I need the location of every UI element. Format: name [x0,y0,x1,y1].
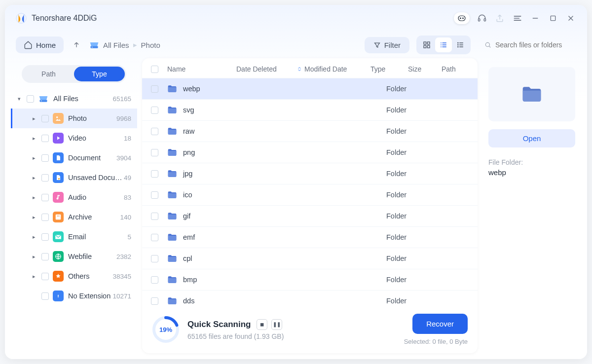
row-checkbox[interactable] [151,85,158,93]
table-row[interactable]: svgFolder [142,100,478,121]
maximize-icon[interactable] [548,13,558,24]
table-row[interactable]: cplFolder [142,248,478,269]
sidebar-item[interactable]: ▸Video18 [11,128,137,148]
filter-label: Filter [384,41,401,49]
row-checkbox[interactable] [151,255,158,262]
search-icon [484,41,491,49]
table-row[interactable]: rawFolder [142,121,478,142]
view-grid-button[interactable] [418,37,435,52]
checkbox[interactable] [41,135,49,142]
breadcrumb-current[interactable]: Photo [141,41,160,49]
col-modified[interactable]: Modified Date [296,65,370,73]
toolbar: Home All Files ▸ Photo Filter [5,32,587,58]
checkbox[interactable] [41,194,49,201]
sidebar-item[interactable]: ▸Webfile2382 [11,247,137,266]
col-path[interactable]: Path [442,65,469,73]
checkbox[interactable] [27,95,34,103]
col-name[interactable]: Name [167,65,236,73]
table-row[interactable]: jpgFolder [142,163,478,184]
minimize-icon[interactable] [530,13,541,24]
sidebar-item[interactable]: ▸Unsaved Docum...49 [11,168,137,187]
breadcrumb-root[interactable]: All Files [103,41,129,49]
svg-point-38 [58,178,60,180]
svg-rect-33 [40,100,47,102]
checkbox[interactable] [41,233,49,241]
tree-root[interactable]: ▾ All Files 65165 [11,89,137,109]
row-checkbox[interactable] [151,213,158,220]
row-checkbox[interactable] [151,191,158,199]
svg-point-29 [458,46,458,47]
share-icon[interactable] [494,13,505,24]
row-checkbox[interactable] [151,149,158,156]
view-list-button[interactable] [452,37,469,52]
bot-icon[interactable] [454,12,470,24]
view-switches [416,36,471,54]
home-button[interactable]: Home [16,36,64,53]
checkbox[interactable] [41,174,49,182]
checkbox[interactable] [41,154,49,162]
search-box[interactable] [478,37,576,53]
row-name: bmp [183,276,252,284]
row-checkbox[interactable] [151,107,158,114]
row-checkbox[interactable] [151,234,158,241]
row-checkbox[interactable] [151,128,158,135]
table-row[interactable]: icoFolder [142,184,478,206]
svg-point-3 [462,18,464,19]
sidebar-item[interactable]: ▸Photo9968 [11,109,137,128]
sidebar-item[interactable]: ▸Audio83 [11,187,137,207]
checkbox[interactable] [41,273,49,280]
table-row[interactable]: emfFolder [142,227,478,248]
open-button[interactable]: Open [488,129,575,147]
checkbox[interactable] [41,292,49,300]
col-deleted[interactable]: Date Deleted [236,65,296,73]
table-row[interactable]: gifFolder [142,206,478,227]
sidebar-item-count: 3904 [116,154,131,162]
search-input[interactable] [495,41,569,49]
checkbox[interactable] [41,115,49,122]
sidebar-item[interactable]: ▸Others38345 [11,266,137,286]
pause-button[interactable]: ❚❚ [271,319,282,330]
view-detail-button[interactable] [435,37,452,52]
sidebar-item[interactable]: ▸Document3904 [11,148,137,168]
headset-icon[interactable] [477,13,487,24]
sidebar-item[interactable]: ▸Email5 [11,227,137,247]
svg-rect-44 [58,295,59,297]
recover-button[interactable]: Recover [412,314,468,334]
svg-rect-36 [58,158,60,158]
row-checkbox[interactable] [151,297,158,305]
stop-button[interactable]: ◼ [257,319,267,330]
tab-type[interactable]: Type [74,67,125,81]
svg-line-32 [489,46,490,47]
folder-icon [167,275,177,284]
up-button[interactable] [71,41,82,49]
col-size[interactable]: Size [408,65,442,73]
row-type: Folder [386,276,424,284]
tab-path[interactable]: Path [23,67,74,81]
svg-point-27 [458,44,458,45]
table-row[interactable]: webpFolder [142,78,478,100]
close-icon[interactable] [565,13,576,24]
row-type: Folder [386,170,424,178]
detail-pane: Open File Folder: webp [482,58,581,353]
sidebar-item-count: 38345 [112,273,131,280]
category-icon [53,291,64,301]
filter-button[interactable]: Filter [365,37,409,53]
body: Path Type ▾ All Files 65165 ▸Photo9968▸V… [5,58,587,359]
menu-icon[interactable] [512,13,523,24]
tree-label: All Files [53,95,112,103]
col-type[interactable]: Type [370,65,408,73]
row-checkbox[interactable] [151,276,158,284]
titlebar: Tenorshare 4DDiG [5,5,587,32]
svg-rect-40 [57,216,58,217]
table-row[interactable]: bmpFolder [142,269,478,291]
svg-point-2 [460,18,461,19]
checkbox[interactable] [41,253,49,260]
row-checkbox[interactable] [151,170,158,178]
sidebar-item[interactable]: ▸Archive140 [11,207,137,227]
header-checkbox[interactable] [151,66,158,73]
sidebar-item-label: Archive [68,213,120,221]
table-row[interactable]: ddsFolder [142,291,478,306]
table-row[interactable]: pngFolder [142,142,478,163]
sidebar-item[interactable]: No Extension10271 [11,286,137,306]
checkbox[interactable] [41,214,49,221]
